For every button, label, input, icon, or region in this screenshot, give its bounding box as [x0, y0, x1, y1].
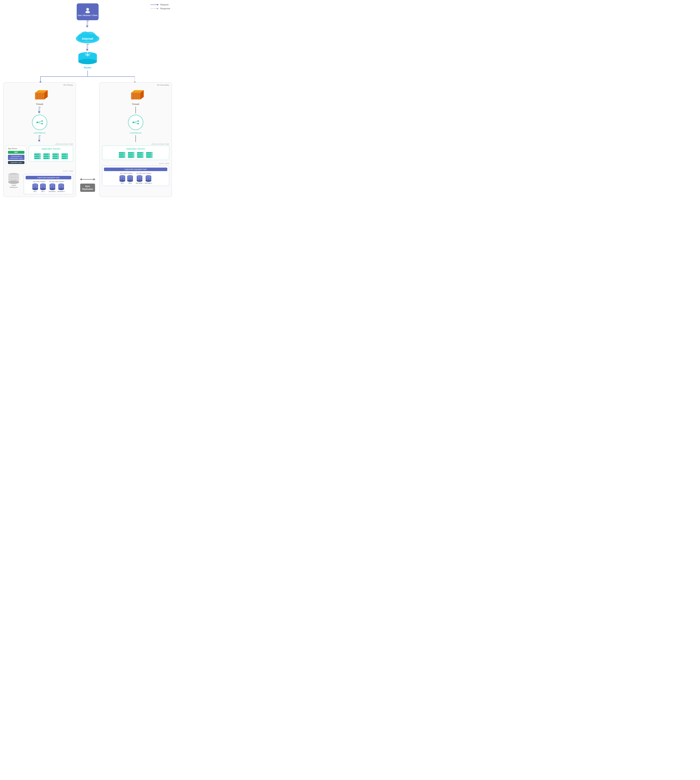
router-node: Router — [77, 51, 98, 69]
svg-marker-9 — [87, 20, 89, 21]
svg-point-182 — [137, 175, 142, 177]
dc-secondary-app-tier-container: APPLICATION TIER Application Servers — [102, 143, 169, 160]
sql-label-secondary: SQL Data Clusters — [120, 172, 133, 174]
request-arrow-icon — [150, 3, 159, 6]
svg-marker-7 — [86, 26, 88, 28]
svg-marker-56 — [39, 135, 41, 136]
internet-router-connector — [83, 43, 93, 51]
svg-marker-17 — [86, 49, 88, 51]
dc-secondary-content: Firewall — [102, 85, 169, 186]
svg-point-134 — [138, 120, 139, 122]
svg-line-136 — [134, 121, 138, 122]
data-tier-row-primary: LogicalDataspaces Logical data segregati… — [6, 173, 73, 194]
svg-point-173 — [127, 180, 133, 182]
app-servers-box-primary: Application Servers — [29, 146, 73, 161]
dbnode2-icon-secondary — [145, 175, 152, 182]
dc-primary-firewall: Firewall — [32, 89, 48, 105]
data-seg-bar-secondary: Logical data segregation layer — [104, 167, 167, 171]
servers-row-primary — [31, 153, 71, 159]
legend-request: Request — [150, 3, 170, 6]
sql-clusters-primary: SQL Data Clusters — [32, 181, 46, 192]
router-dc-connectors — [3, 70, 172, 83]
svg-point-91 — [32, 184, 38, 186]
svg-point-79 — [67, 156, 67, 157]
sql-clusters-secondary: SQL Data Clusters — [119, 172, 133, 184]
svg-marker-54 — [38, 140, 40, 142]
dbnode2-icon-primary — [58, 183, 64, 190]
response-arrow-icon — [150, 7, 159, 10]
app-server-side-primary: App Server WAF Authentication & Authoriz… — [6, 146, 26, 166]
logical-ds-primary: LogicalDataspaces — [6, 173, 21, 188]
svg-marker-1 — [157, 4, 159, 5]
nosql-clusters-secondary: No SQL Data Clusters — [136, 172, 152, 184]
svg-marker-3 — [157, 8, 159, 9]
sync-replication-label: SyncReplication — [80, 184, 95, 192]
lb-label-secondary: Load Balancer — [130, 132, 142, 134]
dbnode1-label-secondary: DB Node 1 — [136, 182, 143, 184]
app-servers-label-primary: Application Servers — [31, 147, 71, 150]
svg-marker-19 — [87, 43, 89, 45]
svg-point-156 — [142, 157, 143, 157]
app-tier-label-secondary: APPLICATION TIER — [102, 143, 169, 145]
svg-point-50 — [42, 123, 43, 124]
user-icon — [85, 7, 91, 13]
svg-point-74 — [57, 158, 58, 159]
dc-secondary: DC-Secondary Firewall — [99, 82, 172, 197]
svg-point-115 — [58, 184, 64, 186]
data-tier-label-secondary: DATA TIER — [102, 163, 169, 164]
dbnode2-primary: DB Node 2 — [57, 183, 65, 192]
dc-primary-content: Firewall — [6, 85, 73, 194]
nosql-db-icons-secondary: DB Node 1 — [136, 175, 152, 184]
svg-point-181 — [137, 180, 142, 182]
svg-marker-122 — [93, 178, 95, 180]
svg-point-62 — [39, 158, 40, 159]
user-internet-connector — [83, 20, 93, 28]
svg-point-83 — [8, 180, 19, 184]
svg-point-161 — [151, 155, 152, 155]
svg-point-5 — [85, 11, 90, 13]
dbnode1-secondary: DB Node 1 — [136, 175, 143, 184]
lb-apptier-connector-secondary — [135, 135, 136, 142]
internet-cloud-icon: Internet — [74, 28, 101, 43]
waf-badge: WAF — [8, 151, 25, 154]
dc-primary-firewall-label: Firewall — [36, 103, 43, 105]
storage-icon-primary — [7, 173, 20, 184]
svg-marker-47 — [39, 107, 41, 107]
db2-secondary: DB 2 — [127, 175, 133, 184]
lb-icon-secondary — [132, 120, 140, 125]
server-icon-sec-2 — [128, 152, 135, 158]
db1-label-secondary: DB 1 — [121, 182, 124, 184]
svg-point-133 — [132, 122, 134, 123]
svg-point-154 — [142, 152, 143, 153]
diagram-page: Request Response User / Browser / Client — [0, 0, 175, 200]
applayer-badge: Application Layer — [8, 161, 25, 164]
svg-point-174 — [127, 175, 133, 177]
svg-point-189 — [146, 180, 151, 182]
lb-label-primary: Load Balancer — [34, 132, 46, 134]
svg-point-98 — [40, 188, 46, 190]
svg-point-60 — [39, 154, 40, 155]
data-tier-box-primary: Logical data segregation layer SQL Data … — [24, 174, 73, 194]
fw-lb-connector-primary — [35, 107, 45, 114]
dc-secondary-lb: Load Balancer — [128, 115, 143, 134]
svg-point-106 — [50, 188, 55, 190]
db2-label-primary: DB 2 — [41, 190, 45, 192]
svg-point-68 — [48, 158, 49, 159]
svg-point-135 — [138, 123, 139, 124]
nosql-label-primary: No SQL Data Clusters — [49, 181, 64, 182]
user-label: User / Browser / Client — [78, 14, 97, 17]
svg-point-48 — [37, 122, 38, 123]
svg-point-4 — [86, 8, 89, 11]
dc-row: DC-Primary — [3, 82, 172, 197]
nosql-clusters-primary: No SQL Data Clusters — [49, 181, 65, 192]
db2-icon-primary — [40, 183, 46, 190]
db1-label-primary: DB 1 — [33, 190, 37, 192]
svg-point-99 — [40, 184, 46, 186]
db1-secondary: DB 1 — [119, 175, 125, 184]
sql-db-icons-primary: DB 1 — [32, 183, 46, 192]
svg-line-137 — [134, 122, 138, 124]
sync-replication-container: SyncReplication — [79, 82, 96, 197]
svg-point-114 — [58, 188, 64, 190]
db1-icon-primary — [32, 183, 38, 190]
auth-badge: Authentication & Authorization Layer — [8, 155, 25, 160]
